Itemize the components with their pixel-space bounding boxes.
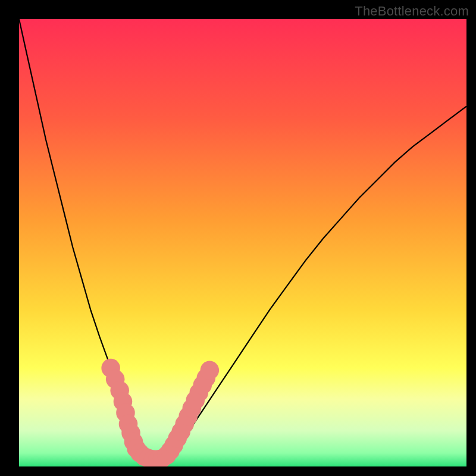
watermark-text: TheBottleneck.com <box>355 4 469 19</box>
plot-area <box>19 19 466 466</box>
chart-frame: TheBottleneck.com <box>0 0 476 476</box>
curve-layer <box>19 19 466 466</box>
marker-dot <box>201 361 220 380</box>
bottleneck-curve <box>19 19 466 458</box>
